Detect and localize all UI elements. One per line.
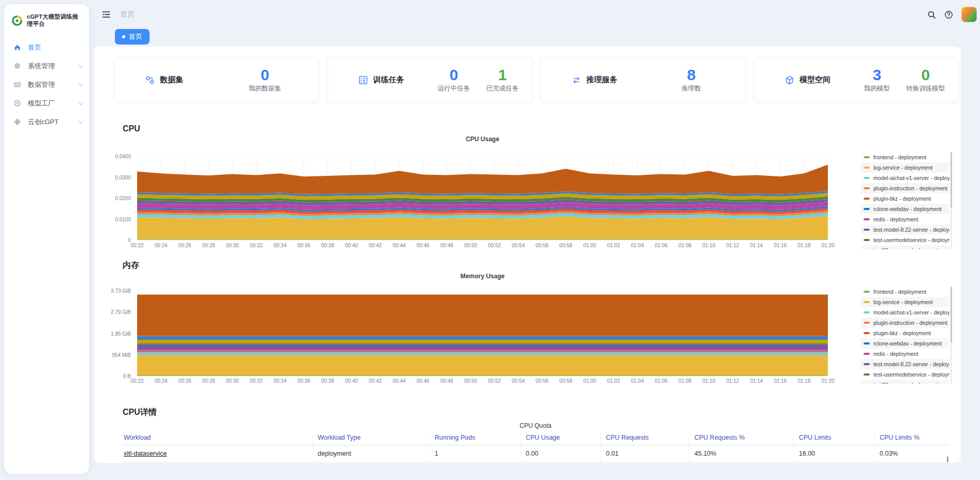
x-axis-label: 01:04 xyxy=(631,243,644,248)
memory-chart-title: Memory Usage xyxy=(137,273,828,280)
tab-home[interactable]: 首页 xyxy=(115,29,150,44)
table-header-cell[interactable]: Workload xyxy=(123,431,313,445)
y-axis-label: 0.0400 xyxy=(115,154,131,159)
x-axis-label: 01:18 xyxy=(797,378,810,384)
stat-card-3[interactable]: 模型空间3我的模型0转换训练模型 xyxy=(754,58,959,102)
x-axis-label: 01:12 xyxy=(726,378,739,384)
table-cell: xltl-dataservice xyxy=(123,445,313,462)
tasks-icon xyxy=(358,75,368,85)
x-axis-label: 01:20 xyxy=(821,378,834,384)
table-cell-clipped xyxy=(601,462,689,463)
stat-metric: 0转换训练模型 xyxy=(906,67,945,94)
legend-item[interactable]: test-model-8.22-server - deployment xyxy=(860,224,949,235)
legend-item[interactable]: plugin-instruction - deployment xyxy=(860,183,949,193)
y-axis-label: 2.79 GiB xyxy=(111,309,131,315)
stat-title: 训练任务 xyxy=(373,75,404,85)
cpu-legend-scrollbar[interactable] xyxy=(951,152,952,249)
stat-card-0[interactable]: 数据集0我的数据集 xyxy=(114,58,319,102)
memory-y-axis: 0 B954 MiB1.86 GiB2.79 GiB3.73 GiB xyxy=(94,291,133,376)
table-header-cell[interactable]: CPU Requests xyxy=(601,431,689,445)
x-axis-label: 00:54 xyxy=(512,378,525,384)
sidebar-item-0[interactable]: 首页 xyxy=(4,38,89,57)
legend-item[interactable]: model-aichat-v1-server - deployment xyxy=(860,307,949,318)
workload-link[interactable]: xltl-dataservice xyxy=(124,450,167,457)
table-cell: 1 xyxy=(429,445,521,462)
y-axis-label: 1.86 GiB xyxy=(111,331,131,336)
table-scrollbar-thumb[interactable] xyxy=(947,456,948,462)
search-icon[interactable] xyxy=(927,10,936,19)
stat-value: 3 xyxy=(864,67,890,83)
legend-item[interactable]: rclone-webdav - deployment xyxy=(860,204,949,214)
sidebar-item-3[interactable]: 模型工厂 xyxy=(4,94,89,113)
cpu-usage-chart xyxy=(137,156,828,240)
sidebar-item-label: 数据管理 xyxy=(28,80,55,89)
table-cell: 0.03% xyxy=(874,445,948,462)
legend-swatch xyxy=(864,301,870,303)
help-icon[interactable] xyxy=(944,10,953,19)
scrollbar-thumb[interactable] xyxy=(951,152,952,208)
cpu-quota-table: WorkloadWorkload TypeRunning PodsCPU Usa… xyxy=(123,431,948,463)
x-axis-label: 00:22 xyxy=(130,243,143,248)
topbar-actions xyxy=(927,7,977,22)
legend-item[interactable]: log-service - deployment xyxy=(860,162,949,173)
x-axis-label: 00:30 xyxy=(226,243,239,248)
legend-item[interactable]: test-usermodelservice - deployment xyxy=(860,235,949,245)
legend-item[interactable]: test-usermodelservice - deployment xyxy=(860,369,949,380)
legend-label: redis - deployment xyxy=(873,216,918,222)
breadcrumb[interactable]: 首页 xyxy=(120,10,135,19)
stat-metrics: 3我的模型0转换训练模型 xyxy=(851,67,953,94)
stat-card-2[interactable]: 推理服务8推理数 xyxy=(541,58,746,102)
memory-legend-scrollbar[interactable] xyxy=(951,287,952,384)
y-axis-label: 0.0300 xyxy=(115,174,131,180)
sidebar-item-2[interactable]: 数据管理 xyxy=(4,76,89,94)
x-axis-label: 00:36 xyxy=(298,378,310,384)
legend-item[interactable]: log-service - deployment xyxy=(860,297,949,307)
table-row-clipped xyxy=(123,462,948,463)
sidebar-item-1[interactable]: 系统管理 xyxy=(4,57,89,76)
x-axis-label: 00:32 xyxy=(250,378,263,384)
stat-metrics: 0我的数据集 xyxy=(211,67,314,94)
legend-item[interactable]: plugin-tikz - deployment xyxy=(860,328,949,338)
legend-label: redis - deployment xyxy=(873,351,918,357)
legend-item[interactable]: frontend - deployment xyxy=(860,287,949,297)
memory-usage-chart xyxy=(137,291,828,376)
legend-item[interactable]: plugin-tikz - deployment xyxy=(860,193,949,204)
legend-label: model-aichat-v1-server - deployment xyxy=(873,175,949,181)
legend-item[interactable]: redis - deployment xyxy=(860,214,949,224)
x-axis-label: 00:32 xyxy=(250,243,263,248)
legend-item[interactable]: test00-server - deployment xyxy=(860,380,949,384)
stat-title: 数据集 xyxy=(160,75,183,85)
legend-item[interactable]: model-aichat-v1-server - deployment xyxy=(860,173,949,183)
sidebar-item-4[interactable]: 云创cGPT xyxy=(4,113,89,131)
legend-label: test-model-8.22-server - deployment xyxy=(873,361,949,367)
user-avatar[interactable] xyxy=(961,7,977,22)
table-header-cell[interactable]: CPU Limits xyxy=(794,431,874,445)
table-header-cell[interactable]: CPU Usage xyxy=(521,431,601,445)
table-header-cell[interactable]: CPU Requests % xyxy=(689,431,794,445)
stat-title: 推理服务 xyxy=(586,75,617,85)
table-header-cell[interactable]: Workload Type xyxy=(313,431,429,445)
table-cell: 45.10% xyxy=(689,445,794,462)
table-header-cell[interactable]: Running Pods xyxy=(429,431,521,445)
sidebar-collapse-icon[interactable] xyxy=(101,10,111,19)
table-header-cell[interactable]: CPU Limits % xyxy=(874,431,948,445)
stat-value: 8 xyxy=(681,67,701,83)
stat-title-group: 训练任务 xyxy=(358,75,424,85)
scrollbar-thumb[interactable] xyxy=(951,287,952,342)
legend-label: plugin-tikz - deployment xyxy=(873,330,931,336)
legend-swatch xyxy=(864,291,870,293)
legend-item[interactable]: plugin-instruction - deployment xyxy=(860,318,949,328)
legend-item[interactable]: frontend - deployment xyxy=(860,152,949,162)
legend-item[interactable]: test-model-8.22-server - deployment xyxy=(860,359,949,369)
y-axis-label: 3.73 GiB xyxy=(111,288,131,294)
legend-item[interactable]: rclone-webdav - deployment xyxy=(860,338,949,349)
stat-card-1[interactable]: 训练任务0运行中任务1已完成任务 xyxy=(328,58,532,102)
stat-value: 1 xyxy=(486,67,519,83)
y-axis-label: 0 B xyxy=(123,373,131,379)
table-header-row: WorkloadWorkload TypeRunning PodsCPU Usa… xyxy=(123,431,948,445)
legend-item[interactable]: redis - deployment xyxy=(860,349,949,359)
legend-label: test-usermodelservice - deployment xyxy=(873,237,949,243)
x-axis-label: 00:44 xyxy=(393,243,406,248)
legend-item[interactable]: test00-server - deployment xyxy=(860,245,949,249)
legend-swatch xyxy=(864,187,870,189)
